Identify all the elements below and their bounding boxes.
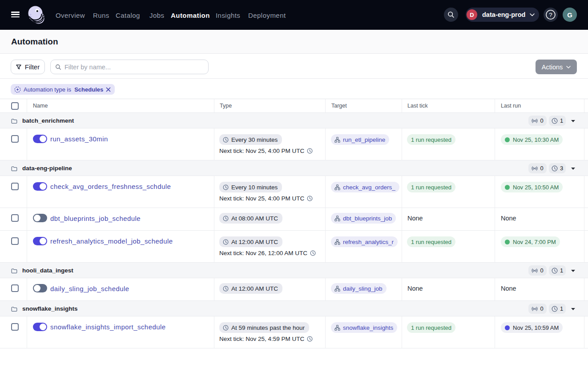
svg-text:?: ? <box>549 12 552 18</box>
